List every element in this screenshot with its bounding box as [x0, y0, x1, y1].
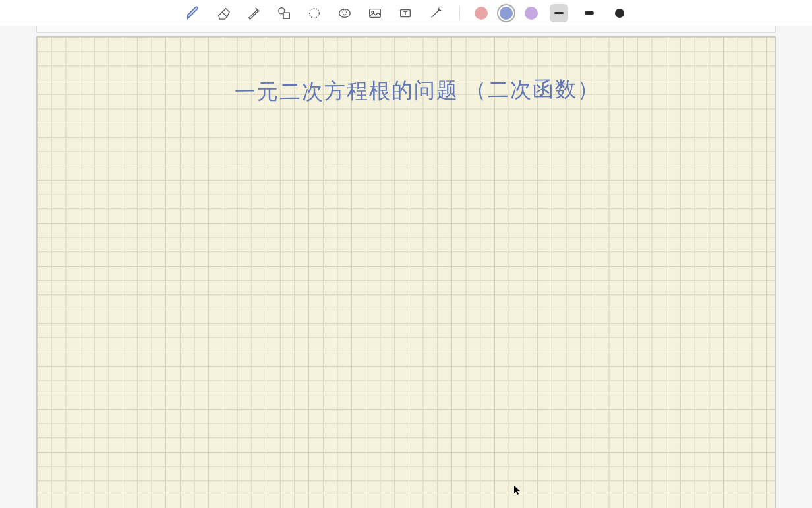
stroke-thin-indicator: [554, 12, 564, 14]
pen-icon: [186, 6, 200, 20]
svg-rect-1: [283, 13, 289, 18]
stroke-medium-indicator: [585, 11, 594, 15]
text-icon: [398, 6, 413, 20]
stroke-thick[interactable]: [610, 4, 629, 22]
ruler[interactable]: [36, 26, 776, 33]
stroke-thin[interactable]: [550, 4, 568, 22]
sticker-tool[interactable]: [335, 4, 354, 22]
toolbar: [0, 0, 812, 26]
wand-icon: [428, 6, 443, 20]
svg-point-5: [371, 11, 373, 13]
highlighter-icon: [246, 6, 261, 20]
stroke-medium[interactable]: [580, 4, 598, 22]
image-icon: [368, 6, 382, 20]
shapes-tool[interactable]: [275, 4, 293, 22]
svg-point-7: [438, 9, 440, 10]
color-purple[interactable]: [525, 7, 538, 20]
color-blue[interactable]: [500, 7, 513, 20]
svg-point-3: [339, 9, 350, 17]
canvas-container: 一元二次方程根的问题 （二次函数）: [0, 26, 812, 508]
text-tool[interactable]: [396, 4, 415, 22]
highlighter-tool[interactable]: [245, 4, 263, 22]
stroke-thick-indicator: [615, 9, 624, 18]
eraser-tool[interactable]: [214, 4, 233, 22]
eraser-icon: [216, 6, 231, 20]
handwritten-title: 一元二次方程根的问题 （二次函数）: [235, 75, 600, 108]
toolbar-divider: [459, 7, 460, 20]
wand-tool[interactable]: [426, 4, 445, 22]
svg-point-2: [309, 8, 319, 18]
sticker-icon: [337, 6, 352, 20]
image-tool[interactable]: [366, 4, 384, 22]
lasso-icon: [307, 6, 322, 20]
drawing-canvas[interactable]: 一元二次方程根的问题 （二次函数）: [36, 36, 776, 508]
color-pink[interactable]: [475, 7, 488, 20]
lasso-tool[interactable]: [305, 4, 324, 22]
shapes-icon: [277, 6, 291, 20]
pen-tool[interactable]: [184, 4, 202, 22]
